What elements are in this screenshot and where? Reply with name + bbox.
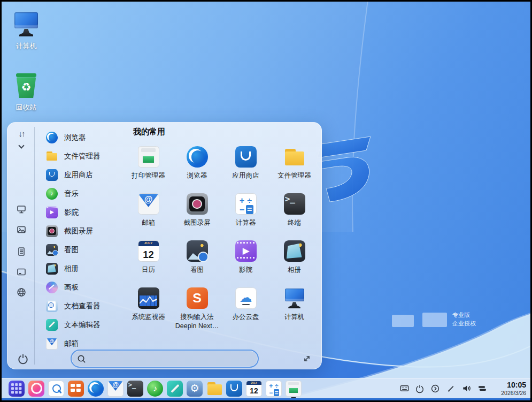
grid-app-album[interactable]: 相册: [270, 238, 319, 285]
file-manager-icon: [46, 150, 58, 162]
computer-icon: [13, 11, 39, 37]
text-editor-icon: [167, 381, 183, 397]
screen-annotate-tray-item[interactable]: [445, 383, 456, 394]
watermark-block: [422, 313, 447, 327]
frequently-used-title: 我的常用: [133, 127, 165, 137]
taskbar-control-center[interactable]: ⚙: [187, 381, 203, 397]
chevron-down-icon: [18, 142, 24, 148]
app-store-icon: [46, 169, 58, 181]
window-icon: [16, 267, 27, 277]
category-document-button[interactable]: [15, 245, 28, 258]
file-manager-icon: [206, 381, 222, 397]
album-icon: [46, 263, 58, 275]
desktop-wallpaper: 计算机 ♻ 回收站 专业版 企业授权 ↓↑: [2, 2, 530, 398]
music-icon: ♪: [147, 381, 163, 397]
taskbar-print-manager[interactable]: [286, 381, 302, 397]
grid-app-app-store[interactable]: 应用商店: [221, 144, 270, 191]
app-store-icon: [235, 146, 257, 168]
shutdown-button[interactable]: [16, 352, 30, 366]
grid-app-mail[interactable]: @ 邮箱: [124, 191, 173, 238]
app-list-item-browser[interactable]: 浏览器: [38, 128, 121, 147]
computer-icon: [284, 287, 305, 309]
document-icon: [16, 246, 27, 257]
document-viewer-icon: [46, 300, 58, 312]
calculator-icon: +÷−=: [235, 193, 257, 215]
recycle-bin-icon: ♻: [13, 73, 39, 98]
app-list-item-movie[interactable]: ▶ 影院: [38, 203, 121, 222]
music-icon: ♪: [46, 188, 58, 200]
grid-app-system-monitor[interactable]: 系统监视器: [124, 285, 173, 332]
grid-app-screenshot[interactable]: 截图录屏: [173, 191, 221, 238]
input-method-tray-item[interactable]: [399, 383, 410, 394]
grid-app-browser[interactable]: 浏览器: [173, 144, 221, 191]
grid-app-terminal[interactable]: >_ 终端: [270, 191, 319, 238]
app-list-item-image-viewer[interactable]: 看图: [38, 240, 121, 259]
taskbar-uos-ai[interactable]: [28, 381, 44, 397]
album-icon: [284, 240, 305, 262]
grid-app-file-manager[interactable]: 文件管理器: [270, 144, 319, 191]
image-viewer-icon: [46, 244, 58, 256]
pen-icon: [446, 384, 456, 393]
storage-tray-item[interactable]: [476, 383, 487, 394]
grid-app-sogou-input[interactable]: S 搜狗输入法 Deepin Next…: [173, 285, 221, 332]
mail-icon: @: [107, 381, 124, 397]
sort-order-button[interactable]: [15, 140, 28, 153]
category-image-button[interactable]: [15, 223, 28, 236]
app-list-item-document-viewer[interactable]: 文档查看器: [38, 297, 121, 315]
category-video-button[interactable]: [15, 203, 28, 216]
clock-time: 10:05: [492, 381, 526, 389]
taskbar-app-store[interactable]: [226, 381, 242, 397]
chevron-right-circle-icon: [430, 384, 440, 393]
mail-icon: @: [46, 338, 58, 350]
taskbar-mail[interactable]: @: [107, 381, 124, 397]
rail-separator: [34, 127, 35, 365]
volume-tray-item[interactable]: [461, 383, 472, 394]
app-list-item-file-manager[interactable]: 文件管理器: [38, 147, 121, 165]
app-list-item-screenshot[interactable]: 截图录屏: [38, 222, 121, 240]
calendar-icon: JULY 12: [246, 381, 262, 397]
taskbar-launcher[interactable]: [9, 381, 25, 397]
desktop-icon-computer[interactable]: 计算机: [9, 11, 43, 51]
grid-app-cloud-disk[interactable]: ☁ 办公云盘: [221, 285, 270, 332]
app-list-item-draw[interactable]: 画板: [38, 278, 121, 297]
grid-app-computer[interactable]: 计算机: [270, 285, 319, 332]
taskbar-browser[interactable]: [88, 381, 104, 397]
taskbar-items: @ >_ ♪ ⚙ JULY 12 +÷−=: [9, 381, 302, 397]
cloud-disk-icon: ☁: [235, 287, 257, 309]
expand-icon: [302, 353, 312, 364]
launcher-search[interactable]: [71, 350, 259, 368]
desktop-icon-label: 计算机: [16, 41, 37, 51]
taskbar-clock[interactable]: 10:05 2026/3/26: [492, 381, 527, 396]
globe-icon: [16, 287, 27, 298]
taskbar-text-editor[interactable]: [167, 381, 183, 397]
app-list-item-app-store[interactable]: 应用商店: [38, 165, 121, 184]
taskbar-app-tiles[interactable]: [68, 381, 84, 397]
desktop-icon-recycle-bin[interactable]: ♻ 回收站: [9, 73, 43, 112]
category-system-button[interactable]: [15, 266, 28, 278]
fullscreen-toggle-button[interactable]: [301, 353, 313, 365]
power-tray-item[interactable]: [414, 383, 425, 394]
grid-app-image-viewer[interactable]: 看图: [173, 238, 221, 285]
movie-icon: ▶: [46, 207, 58, 218]
app-list-item-album[interactable]: 相册: [38, 259, 121, 278]
grid-app-calendar[interactable]: JULY 12 日历: [124, 238, 173, 285]
taskbar-grand-search[interactable]: [48, 381, 64, 397]
taskbar-music[interactable]: ♪: [147, 381, 163, 397]
grid-app-movie[interactable]: ▶ 影院: [221, 238, 270, 285]
screenshot-icon: [46, 225, 58, 237]
app-list-item-music[interactable]: ♪ 音乐: [38, 184, 121, 203]
app-list-item-text-editor[interactable]: 文本编辑器: [38, 315, 121, 334]
taskbar-terminal[interactable]: >_: [127, 381, 143, 397]
taskbar-file-manager[interactable]: [206, 381, 222, 397]
tray-expand-item[interactable]: [430, 383, 441, 394]
taskbar-calendar[interactable]: JULY 12: [246, 381, 262, 397]
grid-app-calculator[interactable]: +÷−= 计算器: [221, 191, 270, 238]
grid-app-print-manager[interactable]: 打印管理器: [124, 144, 173, 191]
launcher-icon: [9, 381, 25, 397]
taskbar-calculator[interactable]: +÷−=: [266, 381, 282, 397]
sort-button[interactable]: ↓↑: [15, 127, 28, 140]
app-tiles-icon: [68, 381, 84, 397]
search-input[interactable]: [86, 354, 258, 363]
browser-icon: [88, 381, 104, 397]
category-network-button[interactable]: [15, 286, 28, 299]
